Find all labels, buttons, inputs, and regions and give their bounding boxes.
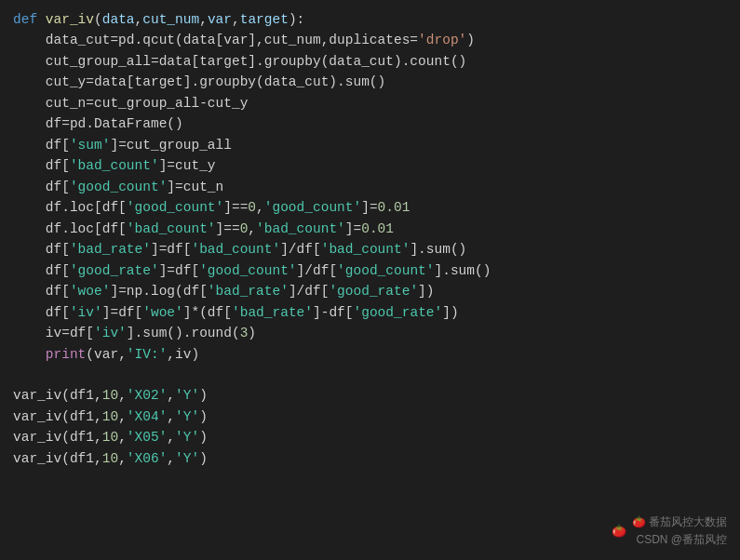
code-line-8: df['bad_count']=cut_y (13, 155, 727, 176)
code-line-16: iv=df['iv'].sum().round(3) (13, 323, 727, 343)
watermark-icon: 🍅 (612, 522, 626, 540)
watermark-line2: CSDN @番茄风控 (636, 531, 727, 549)
watermark: 🍅 🍅 番茄风控大数据 CSDN @番茄风控 (612, 513, 727, 549)
code-line-4: cut_y=data[target].groupby(data_cut).sum… (13, 72, 727, 92)
code-line-21: var_iv(df1,10,'X05','Y') (13, 427, 727, 447)
code-line-10: df.loc[df['good_count']==0,'good_count']… (13, 197, 727, 218)
code-line-5: cut_n=cut_group_all-cut_y (13, 93, 727, 113)
code-line-1: def var_iv(data,cut_num,var,target): (13, 9, 727, 30)
code-line-11: df.loc[df['bad_count']==0,'bad_count']=0… (13, 219, 727, 239)
code-line-14: df['woe']=np.log(df['bad_rate']/df['good… (13, 281, 727, 301)
code-block: def var_iv(data,cut_num,var,target): dat… (0, 0, 740, 560)
code-line-15: df['iv']=df['woe']*(df['bad_rate']-df['g… (13, 302, 727, 323)
watermark-line1: 🍅 番茄风控大数据 (632, 513, 727, 531)
code-line-19: var_iv(df1,10,'X02','Y') (13, 385, 727, 406)
code-line-13: df['good_rate']=df['good_count']/df['goo… (13, 260, 727, 281)
code-line-20: var_iv(df1,10,'X04','Y') (13, 407, 727, 427)
code-line-9: df['good_count']=cut_n (13, 177, 727, 197)
code-line-3: cut_group_all=data[target].groupby(data_… (13, 51, 727, 72)
code-line-2: data_cut=pd.qcut(data[var],cut_num,dupli… (13, 30, 727, 50)
code-line-18 (13, 365, 727, 385)
code-line-12: df['bad_rate']=df['bad_count']/df['bad_c… (13, 239, 727, 260)
code-line-22: var_iv(df1,10,'X06','Y') (13, 448, 727, 469)
code-line-17: print(var,'IV:',iv) (13, 344, 727, 365)
code-line-7: df['sum']=cut_group_all (13, 135, 727, 155)
code-line-6: df=pd.DataFrame() (13, 113, 727, 134)
watermark-text: 🍅 番茄风控大数据 CSDN @番茄风控 (632, 513, 727, 549)
